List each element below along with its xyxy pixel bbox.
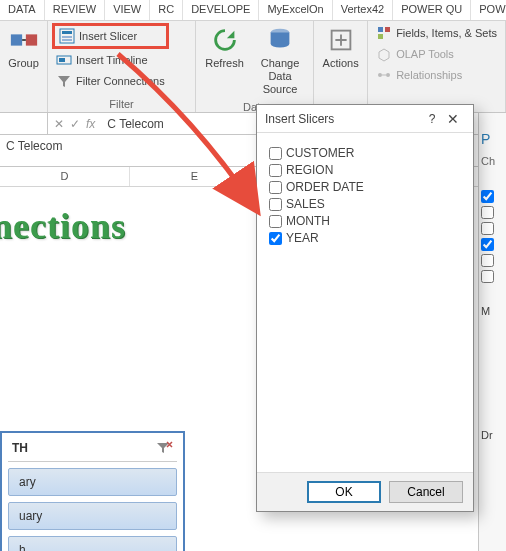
- fields-icon: [376, 25, 392, 41]
- svg-rect-3: [62, 31, 72, 34]
- cancel-fx-icon[interactable]: ✕: [54, 117, 64, 131]
- field-check[interactable]: [481, 238, 494, 251]
- svg-rect-4: [62, 36, 72, 38]
- slicer-caption: TH: [12, 441, 28, 455]
- svg-point-14: [386, 73, 390, 77]
- olap-icon: [376, 46, 392, 62]
- refresh-icon: [210, 25, 240, 55]
- svg-rect-11: [385, 27, 390, 32]
- fields-items-sets-button[interactable]: Fields, Items, & Sets: [372, 23, 501, 43]
- field-customer[interactable]: CUSTOMER: [269, 146, 461, 160]
- pane-title: P: [481, 131, 504, 147]
- tab-powerquery[interactable]: POWER QU: [393, 0, 471, 20]
- svg-point-13: [378, 73, 382, 77]
- tab-review[interactable]: REVIEW: [45, 0, 105, 20]
- filter-group-label: Filter: [52, 96, 191, 112]
- ribbon-toolbar: Group Insert Slicer Insert Timeline Filt…: [0, 21, 506, 113]
- group-icon: [9, 25, 39, 55]
- ok-button[interactable]: OK: [307, 481, 381, 503]
- field-check[interactable]: [481, 270, 494, 283]
- cancel-button[interactable]: Cancel: [389, 481, 463, 503]
- tab-rc[interactable]: RC: [150, 0, 183, 20]
- slicer-item[interactable]: uary: [8, 502, 177, 530]
- timeline-icon: [56, 52, 72, 68]
- name-box[interactable]: [0, 113, 48, 134]
- pane-subtitle: Ch: [481, 155, 504, 167]
- dialog-title: Insert Slicers: [265, 112, 423, 126]
- slicer-item[interactable]: ary: [8, 468, 177, 496]
- filter-icon: [56, 73, 72, 89]
- insert-slicers-dialog: Insert Slicers ? ✕ CUSTOMER REGION ORDER…: [256, 104, 474, 512]
- field-year[interactable]: YEAR: [269, 231, 461, 245]
- slicer-icon: [59, 28, 75, 44]
- tab-view[interactable]: VIEW: [105, 0, 150, 20]
- relationships-button: Relationships: [372, 65, 501, 85]
- tab-powerpivot[interactable]: POWERPIV: [471, 0, 506, 20]
- field-check[interactable]: [481, 254, 494, 267]
- data-source-icon: [265, 25, 295, 55]
- close-icon[interactable]: ✕: [441, 111, 465, 127]
- svg-rect-1: [25, 34, 36, 45]
- tab-developer[interactable]: DEVELOPE: [183, 0, 259, 20]
- field-month[interactable]: MONTH: [269, 214, 461, 228]
- clear-filter-icon[interactable]: [155, 441, 173, 455]
- svg-rect-5: [62, 39, 72, 41]
- drag-label: Dr: [481, 429, 504, 441]
- field-order-date[interactable]: ORDER DATE: [269, 180, 461, 194]
- filter-connections-button[interactable]: Filter Connections: [52, 71, 169, 91]
- dialog-body: CUSTOMER REGION ORDER DATE SALES MONTH Y…: [257, 133, 473, 472]
- change-data-source-button[interactable]: Change Data Source: [251, 23, 309, 99]
- month-slicer[interactable]: TH ary uary h: [0, 431, 185, 551]
- svg-rect-0: [10, 34, 21, 45]
- refresh-button[interactable]: Refresh: [200, 23, 249, 72]
- svg-rect-10: [378, 27, 383, 32]
- ribbon-tabs: DATA REVIEW VIEW RC DEVELOPE MyExcelOn V…: [0, 0, 506, 21]
- field-check[interactable]: [481, 206, 494, 219]
- field-sales[interactable]: SALES: [269, 197, 461, 211]
- field-check[interactable]: [481, 190, 494, 203]
- field-check[interactable]: [481, 222, 494, 235]
- tab-data[interactable]: DATA: [0, 0, 45, 20]
- slicer-item[interactable]: h: [8, 536, 177, 551]
- pivot-fields-pane[interactable]: P Ch M Dr: [478, 113, 506, 551]
- olap-tools-button: OLAP Tools: [372, 44, 501, 64]
- insert-slicer-button[interactable]: Insert Slicer: [52, 23, 169, 49]
- help-icon[interactable]: ?: [423, 112, 441, 126]
- field-region[interactable]: REGION: [269, 163, 461, 177]
- insert-timeline-button[interactable]: Insert Timeline: [52, 50, 169, 70]
- tab-myexcelon[interactable]: MyExcelOn: [259, 0, 332, 20]
- tab-vertex42[interactable]: Vertex42: [333, 0, 393, 20]
- relationships-icon: [376, 67, 392, 83]
- accept-fx-icon[interactable]: ✓: [70, 117, 80, 131]
- group-button[interactable]: Group: [4, 23, 43, 72]
- svg-rect-12: [378, 34, 383, 39]
- more-label: M: [481, 305, 504, 317]
- actions-icon: [326, 25, 356, 55]
- fx-icon[interactable]: fx: [86, 117, 95, 131]
- svg-rect-7: [59, 58, 65, 62]
- actions-button[interactable]: Actions: [318, 23, 363, 72]
- col-d[interactable]: D: [0, 167, 130, 186]
- col-e[interactable]: E: [130, 167, 260, 186]
